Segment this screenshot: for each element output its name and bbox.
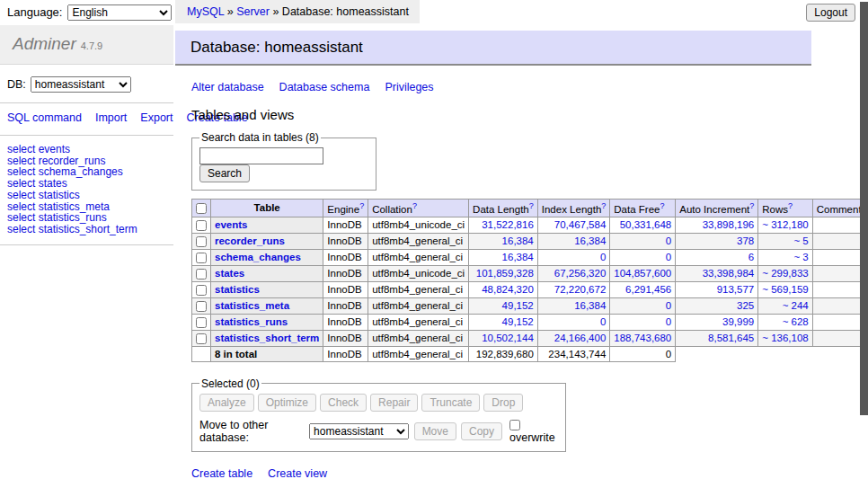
index-length-value[interactable]: 67,256,320 [554, 268, 607, 279]
row-checkbox[interactable] [196, 317, 207, 328]
table-link-statistics-short-term[interactable]: statistics_short_term [215, 333, 319, 343]
data-free-value[interactable]: 104,857,600 [614, 268, 671, 279]
row-checkbox[interactable] [196, 220, 207, 231]
sidebar-select-statistics-short-term[interactable]: select statistics_short_term [7, 224, 166, 235]
help-link[interactable]: ? [660, 201, 664, 210]
data-length-value[interactable]: 16,384 [502, 235, 534, 246]
auto-increment-value[interactable]: 33,398,984 [703, 268, 755, 279]
row-checkbox[interactable] [196, 301, 207, 312]
row-checkbox[interactable] [196, 285, 207, 296]
row-checkbox[interactable] [196, 333, 207, 344]
table-link-statistics-runs[interactable]: statistics_runs [215, 316, 288, 327]
rows-approx-value[interactable]: ~ 312,180 [762, 219, 808, 230]
logout-button[interactable]: Logout [806, 4, 855, 22]
vertical-scrollbar[interactable] [860, 0, 868, 488]
select-all-checkbox[interactable] [196, 203, 207, 214]
link-privileges[interactable]: Privileges [385, 81, 433, 93]
table-link-statistics-meta[interactable]: statistics_meta [215, 300, 289, 311]
table-link-states[interactable]: states [215, 268, 244, 279]
table-link-statistics[interactable]: statistics [215, 284, 260, 295]
rows-approx-value[interactable]: ~ 5 [793, 235, 808, 246]
index-length-value[interactable]: 70,467,584 [554, 219, 607, 230]
link-alter-database[interactable]: Alter database [191, 81, 264, 93]
row-checkbox[interactable] [196, 269, 207, 279]
scrollbar-thumb[interactable] [860, 2, 868, 415]
rows-approx-value[interactable]: ~ 244 [783, 300, 809, 311]
analyze-button[interactable]: Analyze [199, 394, 254, 412]
row-checkbox[interactable] [196, 236, 207, 247]
auto-increment-cell: 8,581,645 [676, 330, 758, 346]
sidebar-select-events[interactable]: select events [7, 144, 166, 155]
auto-increment-value[interactable]: 39,999 [722, 316, 754, 327]
auto-increment-value[interactable]: 325 [737, 300, 754, 311]
data-free-value[interactable]: 6,291,456 [625, 284, 671, 295]
engine-cell: InnoDB [323, 217, 368, 233]
data-length-value[interactable]: 16,384 [502, 252, 534, 262]
data-length-value[interactable]: 101,859,328 [476, 268, 534, 279]
index-length-value[interactable]: 72,220,672 [554, 284, 607, 295]
breadcrumb-link-server[interactable]: Server [236, 5, 270, 18]
index-length-value[interactable]: 16,384 [574, 300, 606, 311]
sidebar-link-import[interactable]: Import [95, 111, 127, 124]
data-free-value[interactable]: 188,743,680 [614, 333, 671, 343]
table-link-schema-changes[interactable]: schema_changes [215, 252, 301, 262]
language-select[interactable]: English [67, 4, 172, 21]
link-database-schema[interactable]: Database schema [279, 81, 370, 93]
sidebar-link-export[interactable]: Export [140, 111, 173, 124]
auto-increment-value[interactable]: 6 [748, 252, 754, 262]
index-length-value[interactable]: 16,384 [574, 235, 606, 246]
check-button[interactable]: Check [320, 394, 367, 412]
auto-increment-value[interactable]: 913,577 [717, 284, 755, 295]
drop-button[interactable]: Drop [483, 394, 523, 412]
repair-button[interactable]: Repair [370, 394, 418, 412]
help-link[interactable]: ? [412, 201, 417, 210]
data-free-value[interactable]: 0 [666, 235, 671, 246]
rows-approx-value[interactable]: ~ 299,833 [762, 268, 808, 279]
index-length-value[interactable]: 24,166,400 [554, 333, 607, 343]
sidebar-select-states[interactable]: select states [7, 178, 166, 190]
data-length-value[interactable]: 49,152 [502, 300, 534, 311]
copy-button[interactable]: Copy [461, 422, 502, 440]
data-length-value[interactable]: 31,522,816 [482, 219, 534, 230]
link-create-view[interactable]: Create view [268, 467, 327, 480]
table-link-recorder-runs[interactable]: recorder_runs [215, 235, 285, 246]
overwrite-checkbox[interactable] [509, 420, 520, 430]
rows-approx-value[interactable]: ~ 569,159 [762, 284, 808, 295]
rows-approx-value[interactable]: ~ 136,108 [762, 333, 808, 343]
help-link[interactable]: ? [749, 201, 754, 210]
data-length-value[interactable]: 10,502,144 [482, 333, 534, 343]
index-length-value[interactable]: 0 [600, 316, 606, 327]
data-free-value[interactable]: 0 [666, 300, 671, 311]
help-link[interactable]: ? [359, 201, 364, 210]
breadcrumb-link-mysql[interactable]: MySQL [187, 5, 224, 18]
data-free-value[interactable]: 0 [666, 316, 671, 327]
table-name-cell: statistics_meta [211, 297, 323, 314]
rows-approx-value[interactable]: ~ 628 [783, 316, 809, 327]
collation-cell: utf8mb4_general_ci [368, 330, 469, 346]
search-input[interactable] [199, 147, 323, 164]
link-create-table[interactable]: Create table [191, 467, 252, 480]
index-length-value[interactable]: 0 [600, 252, 606, 262]
auto-increment-value[interactable]: 378 [737, 235, 754, 246]
table-link-events[interactable]: events [215, 219, 247, 230]
rows-approx-value[interactable]: ~ 3 [793, 252, 808, 262]
move-db-select[interactable]: homeassistant [309, 423, 409, 439]
data-free-value[interactable]: 0 [666, 252, 671, 262]
optimize-button[interactable]: Optimize [258, 394, 316, 412]
search-button[interactable]: Search [199, 164, 250, 182]
sidebar-select-statistics[interactable]: select statistics [7, 190, 166, 201]
sidebar-link-sql-command[interactable]: SQL command [7, 111, 82, 124]
data-length-value[interactable]: 48,824,320 [482, 284, 534, 295]
data-free-value[interactable]: 50,331,648 [620, 219, 672, 230]
move-button[interactable]: Move [414, 422, 456, 440]
help-link[interactable]: ? [788, 201, 793, 210]
row-checkbox[interactable] [196, 253, 207, 263]
help-link[interactable]: ? [529, 201, 534, 210]
auto-increment-value[interactable]: 33,898,196 [703, 219, 755, 230]
db-select[interactable]: homeassistant [31, 76, 131, 93]
help-link[interactable]: ? [601, 201, 606, 210]
data-length-value[interactable]: 49,152 [502, 316, 534, 327]
data-length-cell: 101,859,328 [469, 265, 538, 281]
truncate-button[interactable]: Truncate [421, 394, 480, 412]
auto-increment-value[interactable]: 8,581,645 [708, 333, 754, 343]
